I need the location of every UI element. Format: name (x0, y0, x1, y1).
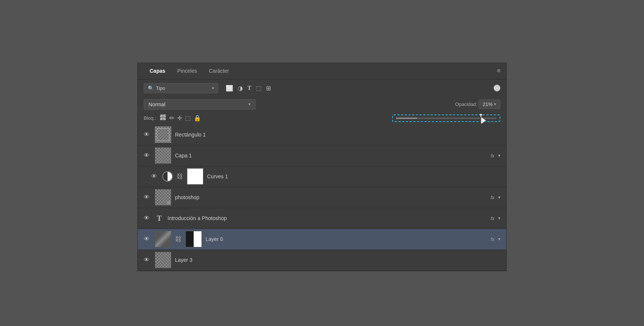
layer-row[interactable]: 👁 ⛓ Curves 1 (138, 166, 506, 187)
text-filter-icon[interactable]: T (247, 85, 251, 92)
lock-lock-icon[interactable]: 🔒 (194, 115, 201, 122)
layer-visibility-icon[interactable]: 👁 (151, 173, 159, 180)
layer-mask-thumbnail (187, 168, 203, 185)
layer-row[interactable]: 👁 photoshop fx ▾ (138, 187, 506, 208)
layer-expand-icon[interactable]: ▾ (498, 216, 500, 221)
layer-name: Curves 1 (207, 173, 500, 179)
layer-name: Rectángulo 1 (175, 132, 500, 138)
layer-visibility-icon[interactable]: 👁 (144, 152, 151, 159)
opacity-label: Opacidad: (455, 101, 477, 107)
text-layer-icon: T (155, 214, 164, 223)
lock-checkerboard-icon[interactable] (160, 114, 166, 122)
svg-marker-12 (481, 117, 486, 124)
layer-thumbnail (155, 231, 171, 247)
svg-rect-11 (165, 117, 166, 119)
search-icon: 🔍 (148, 85, 154, 91)
layer-mask-thumbnail (185, 231, 202, 247)
blend-mode-row: Normal ▾ Opacidad: 21% ▾ (138, 97, 506, 112)
layer-row[interactable]: 👁 ⛓ Layer 0 fx ▾ (138, 229, 506, 250)
blend-mode-label: Normal (149, 101, 248, 107)
layer-visibility-icon[interactable]: 👁 (144, 257, 151, 263)
fill-slider-container[interactable] (392, 115, 500, 122)
layer-fx-button[interactable]: fx (491, 153, 494, 159)
link-icon[interactable]: ⛓ (175, 235, 182, 243)
svg-rect-4 (160, 115, 162, 116)
halftone-filter-icon[interactable]: ◑ (238, 85, 243, 92)
layer-row[interactable]: 👁 T Introducción a Photoshop fx ▾ (138, 208, 506, 229)
filter-type-dropdown[interactable]: 🔍 Tipo ▾ (144, 83, 218, 93)
panel-menu-icon[interactable]: ≡ (497, 68, 500, 74)
layer-name: Layer 0 (206, 236, 487, 242)
tab-caracter[interactable]: Carácter (203, 65, 235, 77)
layer-thumbnail (155, 126, 171, 143)
layer-expand-icon[interactable]: ▾ (498, 236, 500, 242)
layer-thumbnail (155, 252, 171, 268)
layer-visibility-icon[interactable]: 👁 (144, 131, 151, 138)
layer-row[interactable]: 👁 Layer 3 (138, 250, 506, 271)
svg-rect-5 (162, 116, 163, 117)
lock-transform-icon[interactable]: ⬚ (185, 115, 191, 122)
smart-filter-icon[interactable]: ⊞ (266, 85, 271, 92)
layer-row[interactable]: 👁 Rectángulo 1 (138, 125, 506, 145)
svg-rect-9 (165, 115, 166, 116)
layer-expand-icon[interactable]: ▾ (498, 153, 500, 158)
opacity-value-box[interactable]: 21% ▾ (479, 100, 500, 109)
layer-name: Layer 3 (175, 257, 500, 263)
filter-icons: ⬜ ◑ T ⬚ ⊞ (226, 85, 271, 92)
lock-row: Bloq.: ✏ (138, 112, 506, 125)
svg-rect-8 (163, 116, 165, 117)
blend-mode-arrow: ▾ (248, 102, 251, 107)
opacity-arrow: ▾ (494, 102, 496, 107)
lock-brush-icon[interactable]: ✏ (169, 115, 174, 122)
tab-bar: Capas Pinceles Carácter ≡ (138, 63, 506, 79)
pixel-visibility-button[interactable] (494, 85, 500, 91)
lock-move-icon[interactable]: ✛ (177, 115, 182, 122)
filter-dropdown-arrow: ▾ (212, 86, 214, 91)
layer-fx-button[interactable]: fx (491, 236, 494, 242)
filter-row: 🔍 Tipo ▾ ⬜ ◑ T ⬚ ⊞ (138, 79, 506, 97)
filter-type-label: Tipo (156, 85, 210, 91)
svg-rect-10 (163, 119, 165, 120)
link-icon[interactable]: ⛓ (176, 173, 183, 181)
svg-rect-7 (162, 119, 163, 120)
layer-name: photoshop (175, 194, 487, 200)
layers-list: 👁 Rectángulo 1 👁 Capa 1 fx ▾ 👁 ⛓ Curves … (138, 125, 506, 271)
layer-row[interactable]: 👁 Capa 1 fx ▾ (138, 145, 506, 166)
layer-thumbnail (155, 189, 171, 206)
opacity-value: 21% (483, 101, 493, 107)
cursor-icon (478, 114, 488, 127)
layer-visibility-icon[interactable]: 👁 (144, 236, 151, 242)
layer-name: Introducción a Photoshop (168, 215, 487, 221)
layers-panel: Capas Pinceles Carácter ≡ 🔍 Tipo ▾ ⬜ ◑ T… (137, 63, 507, 271)
tab-capas[interactable]: Capas (144, 65, 171, 77)
layer-visibility-icon[interactable]: 👁 (144, 215, 151, 222)
layer-fx-button[interactable]: fx (491, 195, 494, 200)
layer-thumbnail (155, 147, 171, 164)
lock-label: Bloq.: (144, 115, 156, 121)
layer-name: Capa 1 (175, 153, 487, 159)
image-filter-icon[interactable]: ⬜ (226, 85, 233, 92)
tab-pinceles[interactable]: Pinceles (171, 65, 203, 77)
opacity-group: Opacidad: 21% ▾ (455, 100, 500, 109)
layer-fx-button[interactable]: fx (491, 216, 494, 221)
lock-icons: ✏ ✛ ⬚ 🔒 (160, 114, 201, 122)
blend-mode-dropdown[interactable]: Normal ▾ (144, 99, 256, 110)
fill-slider-highlight (392, 115, 500, 122)
shape-filter-icon[interactable]: ⬚ (256, 85, 262, 92)
svg-rect-6 (160, 117, 162, 119)
layer-visibility-icon[interactable]: 👁 (144, 194, 151, 201)
layer-expand-icon[interactable]: ▾ (498, 195, 500, 200)
layer-thumbnail (162, 171, 173, 182)
